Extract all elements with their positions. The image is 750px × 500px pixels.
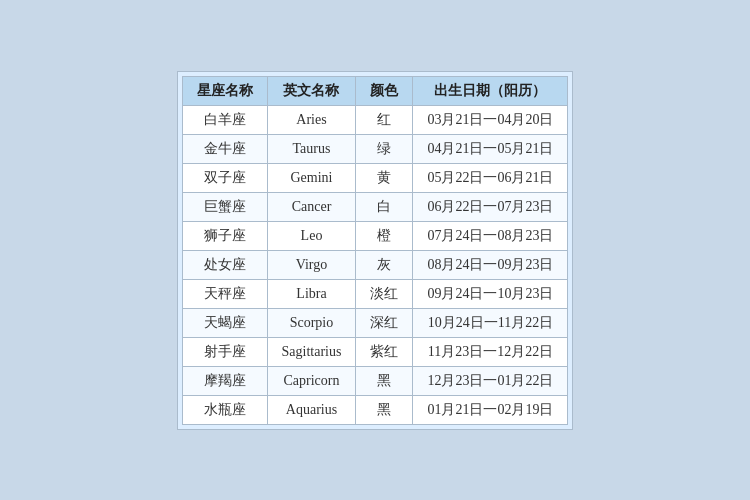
cell-dates: 08月24日一09月23日 <box>413 250 568 279</box>
cell-color: 深红 <box>356 308 413 337</box>
cell-chinese-name: 射手座 <box>182 337 267 366</box>
cell-english-name: Aquarius <box>267 395 356 424</box>
cell-dates: 11月23日一12月22日 <box>413 337 568 366</box>
table-row: 金牛座Taurus绿04月21日一05月21日 <box>182 134 568 163</box>
cell-dates: 09月24日一10月23日 <box>413 279 568 308</box>
table-row: 白羊座Aries红03月21日一04月20日 <box>182 105 568 134</box>
cell-dates: 04月21日一05月21日 <box>413 134 568 163</box>
cell-chinese-name: 天蝎座 <box>182 308 267 337</box>
cell-color: 黑 <box>356 395 413 424</box>
table-body: 白羊座Aries红03月21日一04月20日金牛座Taurus绿04月21日一0… <box>182 105 568 424</box>
table-row: 摩羯座Capricorn黑12月23日一01月22日 <box>182 366 568 395</box>
header-color: 颜色 <box>356 76 413 105</box>
cell-color: 红 <box>356 105 413 134</box>
cell-english-name: Cancer <box>267 192 356 221</box>
header-english-name: 英文名称 <box>267 76 356 105</box>
cell-chinese-name: 天秤座 <box>182 279 267 308</box>
cell-english-name: Capricorn <box>267 366 356 395</box>
cell-dates: 12月23日一01月22日 <box>413 366 568 395</box>
cell-english-name: Libra <box>267 279 356 308</box>
cell-chinese-name: 水瓶座 <box>182 395 267 424</box>
table-row: 狮子座Leo橙07月24日一08月23日 <box>182 221 568 250</box>
cell-chinese-name: 金牛座 <box>182 134 267 163</box>
cell-english-name: Taurus <box>267 134 356 163</box>
cell-english-name: Aries <box>267 105 356 134</box>
cell-dates: 07月24日一08月23日 <box>413 221 568 250</box>
cell-dates: 05月22日一06月21日 <box>413 163 568 192</box>
cell-color: 灰 <box>356 250 413 279</box>
cell-color: 紫红 <box>356 337 413 366</box>
cell-english-name: Scorpio <box>267 308 356 337</box>
table-row: 双子座Gemini黄05月22日一06月21日 <box>182 163 568 192</box>
table-row: 巨蟹座Cancer白06月22日一07月23日 <box>182 192 568 221</box>
header-dates: 出生日期（阳历） <box>413 76 568 105</box>
cell-chinese-name: 双子座 <box>182 163 267 192</box>
cell-chinese-name: 白羊座 <box>182 105 267 134</box>
cell-english-name: Leo <box>267 221 356 250</box>
cell-chinese-name: 狮子座 <box>182 221 267 250</box>
cell-english-name: Sagittarius <box>267 337 356 366</box>
cell-color: 绿 <box>356 134 413 163</box>
cell-color: 黑 <box>356 366 413 395</box>
cell-chinese-name: 摩羯座 <box>182 366 267 395</box>
cell-dates: 03月21日一04月20日 <box>413 105 568 134</box>
cell-english-name: Gemini <box>267 163 356 192</box>
cell-english-name: Virgo <box>267 250 356 279</box>
table-row: 天蝎座Scorpio深红10月24日一11月22日 <box>182 308 568 337</box>
cell-color: 橙 <box>356 221 413 250</box>
cell-color: 黄 <box>356 163 413 192</box>
cell-color: 白 <box>356 192 413 221</box>
table-row: 射手座Sagittarius紫红11月23日一12月22日 <box>182 337 568 366</box>
table-row: 水瓶座Aquarius黑01月21日一02月19日 <box>182 395 568 424</box>
cell-dates: 10月24日一11月22日 <box>413 308 568 337</box>
cell-chinese-name: 处女座 <box>182 250 267 279</box>
zodiac-table: 星座名称 英文名称 颜色 出生日期（阳历） 白羊座Aries红03月21日一04… <box>182 76 569 425</box>
cell-dates: 06月22日一07月23日 <box>413 192 568 221</box>
cell-chinese-name: 巨蟹座 <box>182 192 267 221</box>
table-row: 处女座Virgo灰08月24日一09月23日 <box>182 250 568 279</box>
cell-dates: 01月21日一02月19日 <box>413 395 568 424</box>
table-row: 天秤座Libra淡红09月24日一10月23日 <box>182 279 568 308</box>
table-header-row: 星座名称 英文名称 颜色 出生日期（阳历） <box>182 76 568 105</box>
cell-color: 淡红 <box>356 279 413 308</box>
zodiac-table-container: 星座名称 英文名称 颜色 出生日期（阳历） 白羊座Aries红03月21日一04… <box>177 71 574 430</box>
header-chinese-name: 星座名称 <box>182 76 267 105</box>
